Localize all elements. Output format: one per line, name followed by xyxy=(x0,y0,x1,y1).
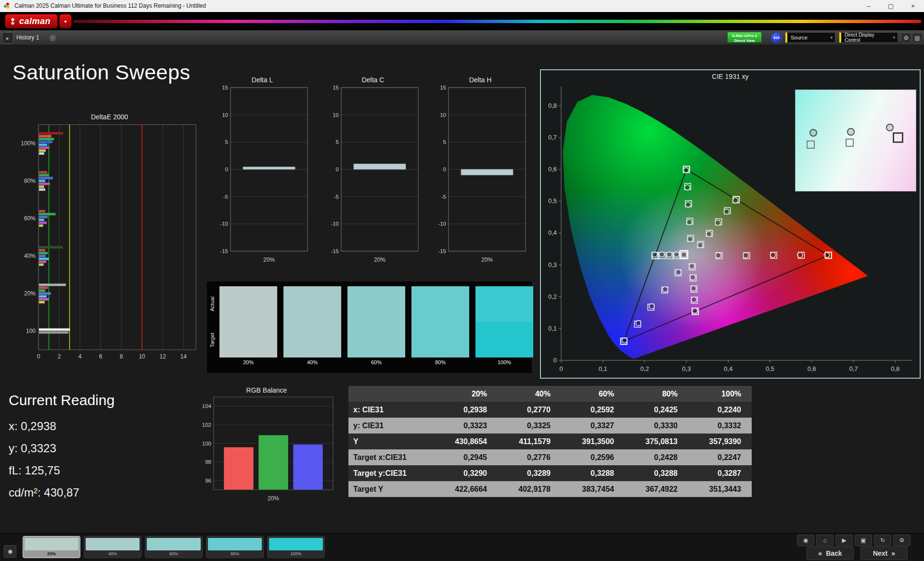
bottom-swatch-20%[interactable]: 20% xyxy=(23,536,80,558)
next-button[interactable]: Next » xyxy=(860,547,908,560)
table-cell: 0,3327 xyxy=(561,418,625,434)
history-add-button[interactable]: + xyxy=(49,34,56,41)
calman-menu-dropdown[interactable]: ▾ xyxy=(59,14,72,28)
deltae-bar xyxy=(39,138,54,140)
display-control-dropdown[interactable]: Direct Display Control ▾ xyxy=(839,32,898,43)
deltae-bar xyxy=(39,150,46,152)
table-cell: 0,3288 xyxy=(561,465,625,481)
workspace-panel-button[interactable]: ▤ xyxy=(912,33,923,43)
minimize-button[interactable]: – xyxy=(858,0,880,12)
app-icon xyxy=(3,2,11,10)
app-window: Calman 2025 Calman Ultimate for Business… xyxy=(0,0,924,561)
home-icon-button[interactable]: ⌂ xyxy=(816,535,834,546)
table-cell: 0,3330 xyxy=(625,418,688,434)
calman-logo[interactable]: calman xyxy=(5,14,58,28)
cie-measured-point xyxy=(689,264,694,269)
inset-measured-point xyxy=(886,124,894,131)
target-swatch xyxy=(347,322,405,357)
meter-select-button[interactable]: X-Rite i1Pro 3 Direct View xyxy=(727,32,762,43)
inset-target-square xyxy=(807,140,815,149)
table-row-label: x: CIE31 xyxy=(348,402,434,418)
chevron-down-icon: ▾ xyxy=(890,35,895,40)
target-row-label: Target xyxy=(208,322,216,357)
tick-label: -15 xyxy=(331,248,339,254)
deltae-bar xyxy=(39,174,49,177)
save-icon-button[interactable]: ▣ xyxy=(855,535,872,546)
source-dropdown[interactable]: Source ▾ xyxy=(785,32,835,43)
cie-measured-point xyxy=(724,209,729,215)
inset-target-square xyxy=(893,132,903,143)
gear-icon-button[interactable]: ⚙ xyxy=(893,535,911,546)
delta-bar xyxy=(354,164,406,169)
bottom-swatch-60%[interactable]: 60% xyxy=(145,536,203,558)
maximize-button[interactable]: ▢ xyxy=(880,0,902,12)
cie-measured-point xyxy=(659,252,665,257)
tick-label: 12 xyxy=(159,353,166,360)
cie-measured-point xyxy=(622,338,627,343)
history-expand-button[interactable]: ▸ xyxy=(2,32,13,44)
deltae-bar xyxy=(39,284,66,286)
tick-label: 0,6 xyxy=(548,166,557,173)
tick-label: 0 xyxy=(443,166,446,172)
table-cell: 422,6664 xyxy=(434,481,498,497)
tick-label: 0,7 xyxy=(548,134,557,141)
deltae-bar xyxy=(39,186,44,188)
current-reading-x: x: 0,2938 xyxy=(9,420,56,433)
deltae-bar xyxy=(39,249,45,252)
settings-gear-button[interactable]: ⚙ xyxy=(901,33,911,43)
close-button[interactable]: × xyxy=(902,0,924,12)
tick-label: 15 xyxy=(333,85,339,90)
refresh-icon-button[interactable]: ↻ xyxy=(874,535,891,546)
deltae-bar xyxy=(39,222,47,224)
play-icon-button[interactable]: ▶ xyxy=(835,535,853,546)
cie-measured-point xyxy=(676,269,681,275)
deltae-chart-title: DeltaE 2000 xyxy=(19,113,200,121)
deltae-bar xyxy=(39,153,44,155)
eye-icon-button[interactable]: ◉ xyxy=(797,535,814,546)
table-col-header: 100% xyxy=(688,386,752,402)
calman-diamond-icon xyxy=(9,18,16,25)
current-reading-fl: fL: 125,75 xyxy=(9,464,60,477)
tab-history-1[interactable]: History 1 xyxy=(16,30,39,45)
rgb-bar xyxy=(224,447,254,490)
patch-preview-eye-button[interactable]: ◉ xyxy=(4,545,16,558)
deltae-bar xyxy=(39,216,48,218)
deltae-bar xyxy=(39,329,70,331)
deltae-2000-chart: DeltaE 2000 02468101214100%80%60%40%20%1… xyxy=(19,113,200,370)
cie-measured-point xyxy=(636,320,641,326)
table-cell: 0,2592 xyxy=(561,402,625,418)
rgb-balance-title: RGB Balance xyxy=(196,386,337,394)
current-reading-title: Current Reading xyxy=(9,392,115,408)
tick-label: 0,6 xyxy=(808,365,816,372)
tick-label: 0,5 xyxy=(548,197,557,204)
calman-menu[interactable]: calman ▾ xyxy=(5,14,72,28)
swatch-label: 60% xyxy=(347,359,405,365)
actual-swatch xyxy=(283,286,341,322)
cie-measured-point xyxy=(824,253,829,258)
delta-bar xyxy=(243,167,295,169)
bottom-swatch-40%[interactable]: 40% xyxy=(84,536,141,558)
bottom-swatch-100%[interactable]: 100% xyxy=(267,536,325,558)
deltae-bar xyxy=(39,147,50,149)
back-chevrons-icon: « xyxy=(818,549,822,557)
bottom-swatch-label: 60% xyxy=(147,550,201,558)
table-row-label: Target y:CIE31 xyxy=(348,465,434,481)
cie-measured-point xyxy=(743,253,748,258)
cie-measured-point xyxy=(688,236,693,242)
delta-c-chart: Delta C 151050-5-10-1520% xyxy=(325,76,421,269)
tick-label: 102 xyxy=(202,422,211,428)
swatch-label: 20% xyxy=(219,359,277,365)
table-cell: 367,4922 xyxy=(625,481,688,497)
tick-label: 0,3 xyxy=(548,261,557,268)
tick-label: 100 xyxy=(26,328,36,334)
bottom-swatch-label: 100% xyxy=(269,550,323,558)
table-cell: 0,2770 xyxy=(498,402,561,418)
swatch-cell xyxy=(347,286,405,357)
tick-label: 0 xyxy=(37,353,40,360)
table-row-label: y: CIE31 xyxy=(348,418,434,434)
bottom-swatch-80%[interactable]: 80% xyxy=(206,536,264,558)
bottom-swatch-color xyxy=(147,538,201,550)
tick-label: 20% xyxy=(374,256,385,263)
back-button[interactable]: « Back xyxy=(807,547,854,560)
tick-label: 0 xyxy=(553,357,557,364)
